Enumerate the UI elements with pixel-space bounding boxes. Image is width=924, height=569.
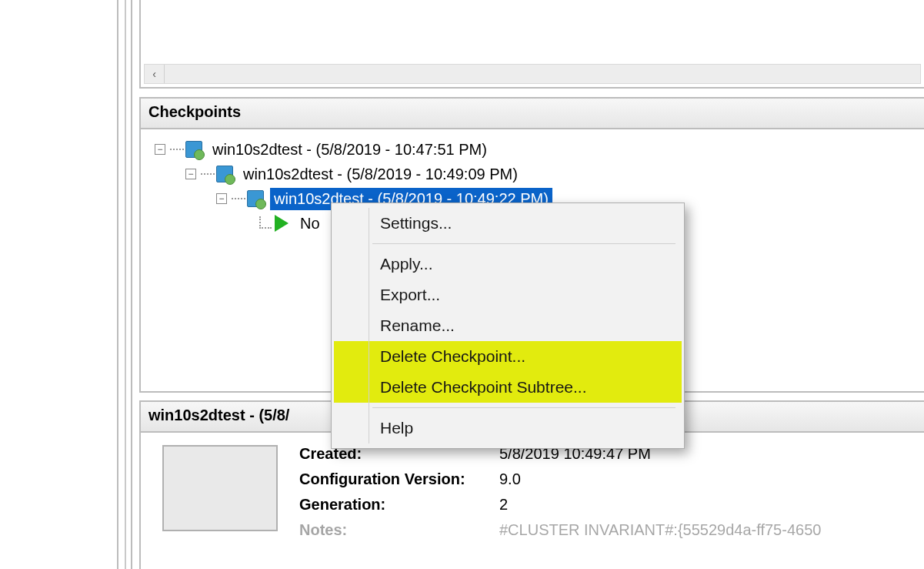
checkpoint-icon — [216, 166, 233, 182]
menu-delete-checkpoint[interactable]: Delete Checkpoint... — [334, 341, 682, 372]
prop-config-version-value: 9.0 — [499, 470, 521, 488]
now-label: No — [296, 213, 324, 235]
horizontal-scrollbar[interactable]: ‹ — [144, 64, 921, 84]
prop-notes: Notes: #CLUSTER INVARIANT#:{55529d4a-ff7… — [299, 521, 821, 539]
vertical-splitter[interactable] — [117, 0, 132, 569]
menu-export[interactable]: Export... — [334, 279, 682, 310]
menu-apply[interactable]: Apply... — [334, 249, 682, 279]
menu-separator — [372, 243, 675, 244]
menu-gutter — [369, 208, 369, 443]
prop-generation: Generation: 2 — [299, 496, 821, 514]
checkpoint-icon — [185, 141, 202, 158]
checkpoint-context-menu: Settings... Apply... Export... Rename...… — [331, 202, 685, 449]
menu-separator — [372, 407, 675, 408]
checkpoint-properties: Created: 5/8/2019 10:49:47 PM Configurat… — [299, 445, 821, 547]
upper-panel: ‹ — [139, 0, 924, 89]
prop-config-version-label: Configuration Version: — [299, 470, 499, 488]
collapse-icon[interactable]: − — [216, 193, 227, 204]
checkpoint-label: win10s2dtest - (5/8/2019 - 10:47:51 PM) — [208, 139, 491, 161]
collapse-icon[interactable]: − — [155, 144, 165, 155]
scroll-left-arrow-icon[interactable]: ‹ — [145, 65, 165, 83]
tree-connector — [201, 173, 215, 175]
details-body: Created: 5/8/2019 10:49:47 PM Configurat… — [141, 433, 924, 547]
menu-delete-checkpoint-subtree[interactable]: Delete Checkpoint Subtree... — [334, 372, 682, 403]
menu-settings[interactable]: Settings... — [334, 208, 682, 239]
checkpoint-icon — [247, 190, 264, 207]
prop-generation-label: Generation: — [299, 496, 499, 514]
tree-connector — [259, 216, 272, 229]
collapse-icon[interactable]: − — [185, 169, 196, 179]
checkpoint-row[interactable]: − win10s2dtest - (5/8/2019 - 10:47:51 PM… — [155, 137, 918, 162]
prop-config-version: Configuration Version: 9.0 — [299, 470, 821, 488]
checkpoint-row[interactable]: − win10s2dtest - (5/8/2019 - 10:49:09 PM… — [155, 162, 918, 186]
prop-notes-value: #CLUSTER INVARIANT#:{55529d4a-ff75-4650 — [499, 521, 821, 539]
tree-connector — [170, 149, 184, 150]
checkpoints-panel-title: Checkpoints — [141, 99, 924, 129]
checkpoint-label: win10s2dtest - (5/8/2019 - 10:49:09 PM) — [239, 163, 522, 186]
prop-notes-label: Notes: — [299, 521, 499, 539]
menu-help[interactable]: Help — [334, 413, 682, 443]
menu-rename[interactable]: Rename... — [334, 310, 682, 341]
prop-generation-value: 2 — [499, 496, 508, 514]
tree-connector — [232, 198, 245, 199]
play-icon — [275, 215, 289, 232]
checkpoint-thumbnail — [162, 445, 278, 531]
